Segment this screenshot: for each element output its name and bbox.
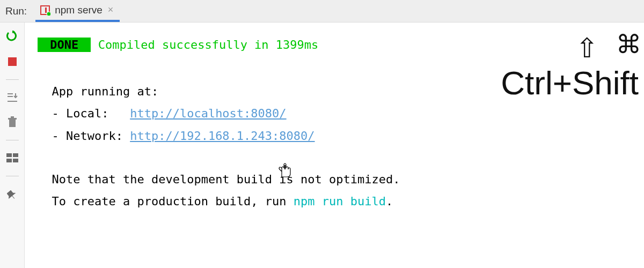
content-area: DONE Compiled successfully in 1399ms App…: [0, 23, 644, 268]
note-line-1: Note that the development build is not o…: [38, 170, 631, 189]
local-label: - Local:: [38, 107, 130, 120]
note-line-2: To create a production build, run npm ru…: [38, 192, 631, 211]
svg-rect-10: [6, 153, 12, 157]
svg-rect-8: [8, 118, 17, 120]
network-label: - Network:: [38, 129, 130, 143]
svg-rect-6: [8, 101, 17, 102]
local-url-line: - Local: http://localhost:8080/: [38, 104, 631, 123]
svg-rect-4: [8, 93, 13, 94]
network-url-link[interactable]: http://192.168.1.243:8080/: [130, 129, 314, 143]
svg-rect-13: [13, 159, 18, 162]
svg-rect-1: [45, 8, 47, 13]
run-label: Run:: [5, 5, 27, 17]
done-badge: DONE: [38, 38, 91, 52]
console-output[interactable]: DONE Compiled successfully in 1399ms App…: [25, 23, 644, 268]
build-command: npm run build: [294, 195, 386, 208]
svg-rect-3: [8, 57, 17, 66]
toolbar-divider: [6, 176, 19, 176]
run-tool-header: Run: npm serve ×: [0, 0, 644, 23]
scroll-to-end-button[interactable]: [5, 91, 19, 105]
stop-button[interactable]: [5, 55, 19, 69]
svg-rect-12: [6, 159, 12, 162]
svg-rect-7: [9, 119, 16, 127]
run-toolbar: [0, 23, 25, 268]
keyboard-shortcut-overlay: ⇧ ⌘ Ctrl+Shift: [501, 27, 639, 100]
run-tab[interactable]: npm serve ×: [35, 0, 120, 22]
tab-title: npm serve: [55, 4, 103, 16]
close-tab-icon[interactable]: ×: [108, 4, 114, 16]
svg-rect-5: [8, 96, 13, 97]
svg-point-2: [47, 12, 50, 16]
svg-rect-9: [11, 116, 14, 118]
local-url-link[interactable]: http://localhost:8080/: [130, 107, 286, 120]
toolbar-divider: [6, 140, 19, 140]
compiled-message: Compiled successfully in 1399ms: [91, 38, 318, 51]
npm-icon: [40, 5, 50, 16]
shortcut-text: Ctrl+Shift: [501, 66, 639, 100]
pin-button[interactable]: [5, 187, 19, 201]
layout-button[interactable]: [5, 151, 19, 165]
svg-rect-11: [13, 153, 18, 157]
clear-all-button[interactable]: [5, 115, 19, 129]
toolbar-divider: [6, 79, 19, 80]
network-url-line: - Network: http://192.168.1.243:8080/: [38, 126, 631, 145]
rerun-button[interactable]: [5, 30, 19, 44]
shortcut-symbols: ⇧ ⌘: [501, 27, 639, 63]
